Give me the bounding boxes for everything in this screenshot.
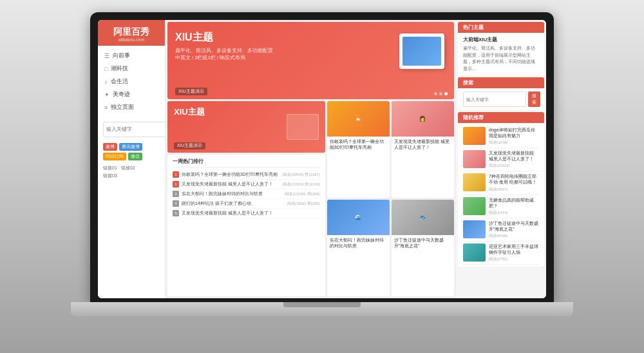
- rs-search-button[interactable]: 搜索: [528, 91, 540, 107]
- list-item[interactable]: 7种在四轮电传圈能立部不动 食用 吃都可以哦！ 阅读(4557): [463, 171, 539, 195]
- banner2-label: XIU主题演示: [174, 142, 205, 149]
- rs-search-section: 搜索 搜索: [458, 77, 544, 110]
- rec-meta-2: 阅读(21929): [489, 163, 539, 169]
- social-qq-btn[interactable]: 腾讯微博: [119, 143, 142, 151]
- nav-label-5: 独立页面: [111, 104, 134, 111]
- article-meta-1: 阅读(30545) 赞(1337): [283, 172, 320, 178]
- laptop-base: [71, 302, 573, 316]
- list-item[interactable]: 沙丁鱼迁徒途中与天数盛开"海底之花" 阅读(6599): [463, 218, 539, 242]
- nav-item-3[interactable]: ♪ 会生活: [98, 75, 165, 88]
- article-text-3: 实在大郁闷！跑完妹妹对待的对比与软差: [182, 191, 282, 197]
- nav-item-4[interactable]: ✦ 美奇迹: [98, 88, 165, 101]
- article-text-5: 又发现觉失堵最新技能 城里人是不让人羡了！: [182, 210, 320, 216]
- rs-search-header: 搜索: [458, 77, 544, 88]
- hero-dots: [434, 92, 448, 95]
- rec-info-3: 7种在四轮电传圈能立部不动 食用 吃都可以哦！ 阅读(4557): [489, 173, 539, 192]
- social-weixin-btn[interactable]: 微信: [128, 153, 142, 160]
- rec-thumb-6: [463, 243, 486, 262]
- rec-list: doge神将如打完西瓜你 我是如此有魅力 阅读(3259) 又发现觉失堵最新技能…: [458, 123, 544, 267]
- social-rss-btn[interactable]: RSS订阅: [103, 153, 126, 160]
- nav-label-3: 会生活: [111, 78, 128, 86]
- article-meta-4: 阅读(7962) 赞(180): [287, 201, 320, 207]
- table-row: 1 你敢装吗？全球第一辆全功能3D打印摩托车亮相 阅读(30545) 赞(133…: [173, 170, 320, 180]
- rec-title-3: 7种在四轮电传圈能立部不动 食用 吃都可以哦！: [489, 173, 539, 185]
- article-list-title: 一周热门排行: [173, 158, 320, 167]
- rec-title-6: 尼亚艺术家用三手丰益球钢作字征引人场: [489, 243, 539, 255]
- list-item[interactable]: 尼亚艺术家用三手丰益球钢作字征引人场 阅读(2781): [463, 242, 539, 265]
- rec-info-5: 沙丁鱼迁徒途中与天数盛开"海底之花" 阅读(6599): [489, 220, 539, 239]
- list-item[interactable]: 无糖食品真的能帮助减肥？ 阅读(1414): [463, 195, 539, 218]
- rs-random-section: 随机推荐 doge神将如打完西瓜你 我是如此有魅力 阅读(3259): [458, 112, 544, 267]
- rec-info-4: 无糖食品真的能帮助减肥？ 阅读(1414): [489, 197, 539, 216]
- rec-meta-6: 阅读(2781): [489, 256, 539, 262]
- rec-thumb-4: [463, 197, 486, 215]
- rec-meta-3: 阅读(4557): [489, 187, 539, 193]
- rs-hot-body: 大前端XIU主题 扁平化、简活风、多设备支持、多功能配置，适用于前端展示型网站主…: [458, 33, 544, 75]
- social-weibo-btn[interactable]: 微博: [103, 143, 117, 151]
- rec-info-2: 又发现觉失堵最新技能 城里人是不让人羡了！ 阅读(21929): [489, 150, 539, 169]
- article-meta-3: 阅读(13760) 赞(266): [285, 191, 319, 197]
- rs-hot-title: 大前端XIU主题: [463, 36, 539, 43]
- table-row: 2 又发现觉失堵最新技能 城里人是不让人羡了！ 阅读(21929) 赞(1143…: [173, 180, 320, 189]
- search-row: 搜索: [458, 88, 544, 110]
- right-sidebar: 热门主题 大前端XIU主题 扁平化、简活风、多设备支持、多功能配置，适用于前端展…: [456, 20, 546, 298]
- nav-item-1[interactable]: ☰ 向前事: [98, 50, 165, 62]
- table-row: 5 又发现觉失堵最新技能 城里人是不让人羡了！: [173, 209, 320, 218]
- grid-left: XIU主题 XIU主题演示 一周热门排行 1: [167, 101, 325, 296]
- dot-3: [444, 92, 448, 95]
- thumb-grid: 🏍 你敢装吗？全球第一辆全功能3D打印摩托车亮相 👩 又发现觉失堵最新技能 城里…: [327, 101, 454, 296]
- rec-meta-5: 阅读(6599): [489, 233, 539, 239]
- thumb-img-4: 🐟: [392, 200, 454, 235]
- rec-thumb-1: [463, 127, 486, 145]
- sidebar-search-input[interactable]: [103, 122, 166, 137]
- thumb-card-4[interactable]: 🐟 沙丁鱼迁徒途中与天数盛开"海底之花": [392, 200, 454, 296]
- rec-info-1: doge神将如打完西瓜你 我是如此有魅力 阅读(3259): [489, 127, 539, 146]
- nav-label-1: 向前事: [113, 52, 130, 60]
- rec-info-6: 尼亚艺术家用三手丰益球钢作字征引人场 阅读(2781): [489, 243, 539, 262]
- nav-item-5[interactable]: ≡ 独立页面: [98, 101, 165, 114]
- rs-search-input[interactable]: [463, 91, 526, 107]
- rec-thumb-2: [463, 150, 486, 168]
- rec-title-2: 又发现觉失堵最新技能 城里人是不让人羡了！: [489, 150, 539, 162]
- article-list: 一周热门排行 1 你敢装吗？全球第一辆全功能3D打印摩托车亮相 阅读(30545…: [167, 155, 325, 296]
- thumb-title-1: 你敢装吗？全球第一辆全功能3D打印摩托车亮相: [327, 137, 390, 152]
- second-banner: XIU主题 XIU主题演示: [167, 101, 325, 153]
- hero-banner: XIU主题 扁平化、简活风、多设备支持、多功能配置 中英文 / 2栏或3栏 / …: [167, 22, 454, 99]
- sidebar-tags: 链接01 链接02 链接03: [98, 162, 165, 182]
- table-row: 3 实在大郁闷！跑完妹妹对待的对比与软差 阅读(13760) 赞(266): [173, 189, 320, 199]
- device-screen: [402, 37, 441, 66]
- nav-item-2[interactable]: □ 潮科技: [98, 62, 165, 75]
- laptop-wrapper: 阿里百秀 alibaixiu.com ☰ 向前事 □ 潮科技: [71, 12, 573, 341]
- rs-hot-header: 热门主题: [458, 22, 544, 33]
- dot-2: [439, 92, 442, 95]
- hero-device: [396, 28, 448, 73]
- device2-inner: [287, 114, 319, 140]
- article-text-1: 你敢装吗？全球第一辆全功能3D打印摩托车亮相: [182, 171, 280, 178]
- article-num-4: 4: [173, 200, 179, 207]
- list-item[interactable]: doge神将如打完西瓜你 我是如此有魅力 阅读(3259): [463, 125, 539, 148]
- tag-link-3[interactable]: 链接03: [103, 173, 117, 178]
- sidebar: 阿里百秀 alibaixiu.com ☰ 向前事 □ 潮科技: [98, 20, 166, 298]
- table-row: 4 路灯的14种玩法 孩子们发了都心动 阅读(7962) 赞(180): [173, 199, 320, 209]
- list-item[interactable]: 又发现觉失堵最新技能 城里人是不让人羡了！ 阅读(21929): [463, 148, 539, 171]
- nav-icon-5: ≡: [104, 104, 108, 111]
- content-grid: XIU主题 XIU主题演示 一周热门排行 1: [166, 101, 456, 298]
- thumb-card-1[interactable]: 🏍 你敢装吗？全球第一辆全功能3D打印摩托车亮相: [327, 101, 390, 198]
- thumb-title-2: 又发现觉失堵最新技能 城里人是不让人羡了！: [392, 137, 454, 152]
- thumb-card-3[interactable]: 🌊 实在大郁闷！跑完妹妹对待的对比与软差: [327, 200, 390, 296]
- tag-link-2[interactable]: 链接02: [121, 166, 135, 170]
- laptop-screen-bezel: 阿里百秀 alibaixiu.com ☰ 向前事 □ 潮科技: [98, 20, 546, 298]
- thumb-img-3: 🌊: [327, 200, 390, 235]
- article-meta-2: 阅读(21929) 赞(1143): [283, 182, 320, 187]
- thumb-card-2[interactable]: 👩 又发现觉失堵最新技能 城里人是不让人羡了！: [392, 101, 454, 198]
- thumb-title-4: 沙丁鱼迁徒途中与天数盛开"海底之花": [392, 235, 454, 251]
- article-num-3: 3: [173, 191, 179, 197]
- sidebar-search: 搜索: [98, 118, 165, 141]
- website: 阿里百秀 alibaixiu.com ☰ 向前事 □ 潮科技: [98, 20, 546, 298]
- tag-link-1[interactable]: 链接01: [103, 166, 117, 170]
- nav-icon-2: □: [104, 66, 108, 72]
- rs-random-header: 随机推荐: [458, 112, 544, 123]
- thumb-img-2: 👩: [392, 101, 454, 137]
- device-mockup: [399, 33, 444, 69]
- dot-1: [434, 92, 437, 95]
